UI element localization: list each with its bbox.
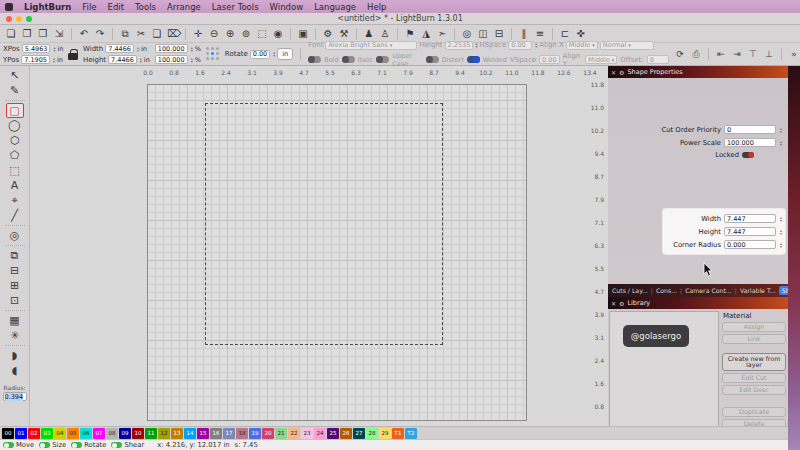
offset-shapes-tool[interactable]: ◎ (6, 228, 24, 243)
frame-selection-icon[interactable]: ⬚ (256, 28, 268, 39)
menu-language[interactable]: Language (314, 2, 356, 12)
copy-icon[interactable]: ⧉ (119, 28, 131, 40)
panel-gear-icon[interactable]: ⚙ (619, 69, 624, 76)
distribute-v-icon[interactable]: ≡ (534, 28, 546, 39)
palette-swatch-04[interactable]: 04 (54, 428, 66, 439)
height-scale-stepper[interactable]: ▴▾ (191, 57, 193, 63)
align-top-icon[interactable]: ⊤ (747, 49, 759, 59)
tab-cuts-layers[interactable]: Cuts / Lay... (610, 286, 650, 295)
boolean-subtract-tool[interactable]: ⊟ (6, 263, 24, 278)
palette-swatch-27[interactable]: 27 (353, 428, 365, 439)
width-stepper[interactable]: ▴▾ (137, 46, 139, 52)
close-panel-icon[interactable]: ✕ (611, 69, 616, 76)
monitor-icon[interactable]: ▣ (297, 28, 309, 39)
tab-console[interactable]: Cons... (654, 286, 679, 295)
hspace-input[interactable]: 0.00 (508, 41, 532, 50)
ellipse-tool[interactable]: ◯ (6, 118, 24, 133)
font-select[interactable]: Alexia Bright Sans▾ (325, 41, 417, 50)
menu-window[interactable]: Window (270, 2, 304, 12)
device-settings-icon[interactable]: ⚙ (322, 28, 334, 39)
rotate-stepper[interactable]: ▴▾ (273, 51, 275, 57)
palette-swatch-29[interactable]: 29 (379, 428, 391, 439)
redo-icon[interactable]: ↷ (94, 28, 106, 39)
corner-radius-input[interactable]: 0.000 (724, 240, 776, 249)
circular-array-tool[interactable]: ✳ (6, 328, 24, 343)
corner-radius-stepper[interactable]: ▴▾ (780, 242, 782, 248)
size-toggle[interactable] (39, 442, 50, 448)
bold-toggle[interactable] (308, 56, 321, 63)
palette-swatch-07[interactable]: 07 (93, 428, 105, 439)
selected-shape[interactable] (205, 103, 443, 345)
save-icon[interactable]: ❒ (37, 28, 49, 39)
alignx-select[interactable]: Middle▾ (566, 41, 598, 50)
ypos-input[interactable]: 7.1905 (21, 55, 50, 64)
create-new-from-layer-button[interactable]: Create new from layer (722, 353, 786, 371)
palette-swatch-28[interactable]: 28 (366, 428, 378, 439)
palette-swatch-00[interactable]: 00 (2, 428, 14, 439)
delete-icon[interactable]: ⌦ (167, 28, 179, 39)
palette-swatch-05[interactable]: 05 (67, 428, 79, 439)
multi-user-icon[interactable]: ♟ (363, 28, 375, 39)
send-icon[interactable]: ➣ (436, 28, 448, 39)
lock-aspect-icon[interactable] (68, 53, 78, 60)
font-height-stepper[interactable]: ▴▾ (476, 42, 478, 48)
rotate-toggle[interactable] (71, 442, 82, 448)
text-tool[interactable]: A (6, 178, 24, 193)
ypos-stepper[interactable]: ▴▾ (53, 57, 55, 63)
shape-width-input[interactable]: 7.447 (724, 214, 776, 223)
tab-camera-control[interactable]: Camera Cont... (683, 286, 734, 295)
polygon-tool[interactable]: ⬡ (6, 133, 24, 148)
shape-height-stepper[interactable]: ▴▾ (780, 229, 782, 235)
close-panel-icon[interactable]: ✕ (611, 300, 616, 307)
cut-order-input[interactable]: 0 (724, 125, 776, 134)
height-scale-input[interactable]: 100.000 (155, 55, 188, 64)
palette-swatch-25[interactable]: 25 (327, 428, 339, 439)
grid-array-tool[interactable]: ▦ (6, 313, 24, 328)
locked-toggle[interactable] (742, 152, 754, 158)
palette-swatch-10[interactable]: 10 (132, 428, 144, 439)
palette-swatch-06[interactable]: 06 (80, 428, 92, 439)
zoom-in-icon[interactable]: ⊕ (224, 28, 236, 39)
palette-swatch-T2[interactable]: T2 (405, 428, 417, 439)
edit-cut-button[interactable]: Edit Cut (722, 373, 786, 383)
shear-toggle[interactable] (111, 442, 122, 448)
assign-button[interactable]: Assign (722, 322, 786, 332)
menu-arrange[interactable]: Arrange (167, 2, 201, 12)
zoom-selection-icon[interactable]: ⊚ (240, 28, 252, 39)
edit-desc-button[interactable]: Edit Desc (722, 385, 786, 395)
width-scale-stepper[interactable]: ▴▾ (191, 46, 193, 52)
star-shape-tool[interactable]: ⬠ (6, 148, 24, 163)
align-right-icon[interactable]: ⇥ (731, 49, 743, 59)
width-input[interactable]: 7.4466 (105, 44, 134, 53)
import-icon[interactable]: ⇲ (53, 28, 65, 39)
print-icon[interactable]: ⎙ (690, 49, 702, 60)
menu-tools[interactable]: Tools (135, 2, 156, 12)
anchor-point-grid[interactable] (206, 47, 220, 61)
select-tool[interactable]: ↖ (6, 68, 24, 83)
palette-swatch-16[interactable]: 16 (210, 428, 222, 439)
measure-tool[interactable]: ╱ (6, 208, 24, 223)
xpos-input[interactable]: 5.4963 (22, 44, 51, 53)
palette-swatch-23[interactable]: 23 (301, 428, 313, 439)
width-scale-input[interactable]: 100.000 (155, 44, 188, 53)
vspace-input[interactable]: 0.00 (539, 55, 560, 64)
shape-offset-a-tool[interactable]: ◗ (6, 348, 24, 363)
menu-file[interactable]: File (82, 2, 96, 12)
menu-edit[interactable]: Edit (108, 2, 124, 12)
align-h-icon[interactable]: ◫ (477, 28, 489, 39)
align-left-icon[interactable]: ⇤ (715, 49, 727, 59)
palette-swatch-09[interactable]: 09 (119, 428, 131, 439)
xpos-stepper[interactable]: ▴▾ (53, 46, 55, 52)
palette-swatch-15[interactable]: 15 (197, 428, 209, 439)
dock-icon[interactable]: ⊏ (559, 28, 571, 39)
align-v-icon[interactable]: ⊟ (493, 28, 505, 39)
palette-swatch-20[interactable]: 20 (262, 428, 274, 439)
palette-swatch-19[interactable]: 19 (249, 428, 261, 439)
boolean-union-tool[interactable]: ⧉ (6, 248, 24, 263)
boolean-intersect-tool[interactable]: ⊞ (6, 278, 24, 293)
palette-swatch-11[interactable]: 11 (145, 428, 157, 439)
menu-help[interactable]: Help (367, 2, 386, 12)
palette-swatch-12[interactable]: 12 (158, 428, 170, 439)
radius-input[interactable]: 0.394 (3, 392, 27, 401)
palette-swatch-14[interactable]: 14 (184, 428, 196, 439)
